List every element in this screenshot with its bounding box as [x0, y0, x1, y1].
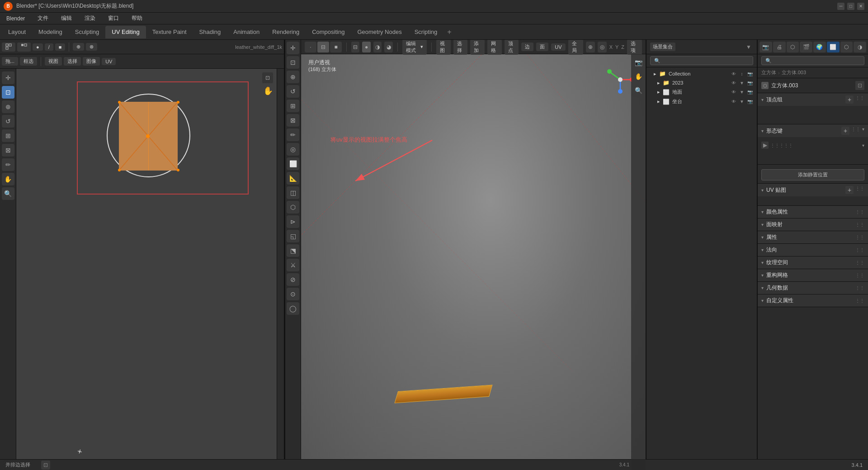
face-select-btn[interactable]: ■ — [330, 42, 342, 52]
sk-play-btn[interactable]: ▶ — [761, 142, 769, 149]
ct-rotate[interactable]: ↺ — [287, 85, 299, 98]
rm-options[interactable]: ⋮⋮ — [855, 273, 864, 278]
uv-select-mode-btn[interactable]: 框选 — [20, 57, 37, 66]
minimize-button[interactable]: ─ — [837, 3, 844, 10]
uv-select-menu[interactable]: 选择 — [64, 57, 81, 66]
add-rest-btn[interactable]: 添加静置位置 — [761, 169, 864, 180]
vp-add-btn[interactable]: 添加 — [470, 40, 485, 55]
tree-2023[interactable]: ▸ 📁 2023 👁 ▼ 📷 — [646, 78, 757, 87]
uv-snap-btn[interactable]: ⊕ — [73, 43, 84, 51]
edge-select-btn[interactable]: ⊟ — [317, 42, 329, 52]
y-constraint[interactable]: Y — [615, 44, 618, 50]
vp-zoom-btn[interactable]: 🔍 — [632, 84, 645, 97]
shading-material-btn[interactable]: ◑ — [373, 42, 382, 52]
ct-bisect[interactable]: ⊘ — [287, 273, 299, 286]
transform-tool[interactable]: ⊠ — [2, 144, 14, 157]
tree-collection[interactable]: ▸ 📁 Collection 👁 ↕ 📷 — [646, 69, 757, 78]
tab-rendering[interactable]: Rendering — [266, 26, 306, 38]
ca-options[interactable]: ⋮⋮ — [855, 209, 864, 214]
tab-compositing[interactable]: Compositing — [306, 26, 351, 38]
props-view-layer-btn[interactable]: ⬡ — [787, 42, 799, 52]
uvm-options[interactable]: ⋮⋮ — [855, 186, 864, 194]
z-constraint[interactable]: Z — [621, 44, 624, 50]
tree-platform[interactable]: ▸ ⬜ 坐台 👁 ▼ 📷 — [646, 97, 757, 106]
snap-btn[interactable]: ⊕ — [586, 42, 595, 52]
fm-options[interactable]: ⋮⋮ — [855, 222, 864, 227]
geometry-data-title[interactable]: ▾ 几何数据 ⋮⋮ — [758, 282, 868, 294]
vis-eye-platform[interactable]: 👁 — [731, 99, 737, 105]
ct-poly[interactable]: ⬡ — [287, 201, 299, 214]
vis-cam-2023[interactable]: 📷 — [747, 80, 753, 86]
props-mesh-btn[interactable]: ⬡ — [840, 42, 853, 52]
vis-cam-ground[interactable]: 📷 — [747, 89, 753, 95]
props-scene-btn[interactable]: 🎬 — [800, 42, 812, 52]
viewport-3d[interactable]: 用户透视 (168) 立方体 将uv显示的视图拉满整个焦高 — [301, 54, 646, 470]
vp-edge-btn[interactable]: 边 — [521, 43, 533, 51]
vert-select-btn[interactable]: · — [305, 42, 316, 52]
shape-keys-title[interactable]: ▾ 形态键 + ⋮⋮ ▾ — [758, 124, 868, 137]
props-output-btn[interactable]: 🖨 — [773, 42, 786, 52]
sk-options-btn[interactable]: ⋮⋮ — [851, 127, 860, 135]
gd-options[interactable]: ⋮⋮ — [855, 285, 864, 290]
uvm-add-btn[interactable]: + — [845, 186, 854, 194]
shading-render-btn[interactable]: ◕ — [384, 42, 393, 52]
tree-ground[interactable]: ▸ ⬜ 地面 👁 ▼ 📷 — [646, 87, 757, 97]
ct-measure[interactable]: 📐 — [287, 172, 299, 185]
vis-hide[interactable]: ↕ — [739, 71, 745, 77]
uv-view-menu[interactable]: 视图 — [45, 57, 62, 66]
ct-scale[interactable]: ⊞ — [287, 100, 299, 112]
move-tool[interactable]: ⊕ — [2, 100, 14, 113]
color-attrs-title[interactable]: ▾ 颜色属性 ⋮⋮ — [758, 206, 868, 218]
zoom-to-fit-btn[interactable]: ⊡ — [262, 72, 273, 83]
ct-cursor-place[interactable]: ◎ — [287, 143, 299, 156]
ct-select-box[interactable]: ⊡ — [287, 56, 299, 69]
vp-select-btn[interactable]: 选择 — [453, 40, 468, 55]
menu-help[interactable]: 帮助 — [129, 14, 145, 23]
tab-animation[interactable]: Animation — [227, 26, 266, 38]
zoom-tool[interactable]: 🔍 — [2, 187, 14, 200]
vp-mesh-btn[interactable]: 网格 — [487, 40, 502, 55]
ct-cursor[interactable]: ✛ — [287, 42, 299, 54]
cp-options[interactable]: ⋮⋮ — [855, 298, 864, 303]
new-tab-button[interactable]: + — [443, 28, 455, 36]
ts-options[interactable]: ⋮⋮ — [855, 260, 864, 265]
face-mapping-title[interactable]: ▾ 面映射 ⋮⋮ — [758, 218, 868, 231]
outliner-filter-btn[interactable]: ▼ — [744, 43, 753, 52]
shading-wire-btn[interactable]: ⊟ — [351, 42, 360, 52]
maximize-button[interactable]: □ — [847, 3, 854, 10]
ct-smooth[interactable]: ◯ — [287, 302, 299, 315]
object-fake-user-btn[interactable]: ⊡ — [855, 81, 864, 90]
global-btn[interactable]: 全局 — [568, 40, 583, 55]
menu-edit[interactable]: 编辑 — [58, 14, 75, 23]
props-material-btn[interactable]: ◑ — [854, 42, 866, 52]
ct-bevel[interactable]: ⬔ — [287, 244, 299, 257]
hand-tool[interactable]: ✋ — [2, 173, 14, 185]
scale-tool[interactable]: ⊞ — [2, 129, 14, 142]
outliner-search[interactable] — [650, 56, 753, 65]
vis-eye[interactable]: 👁 — [731, 71, 737, 77]
sk-expand-btn[interactable]: ▾ — [862, 127, 864, 135]
vp-face-btn[interactable]: 面 — [536, 43, 548, 51]
scene-collection-btn[interactable]: 场景集合 — [650, 43, 675, 51]
tab-sculpting[interactable]: Sculpting — [69, 26, 105, 38]
edit-mode-selector[interactable]: 编辑模式 ▾ — [402, 40, 427, 55]
tab-layout[interactable]: Layout — [2, 26, 32, 38]
nrm-options[interactable]: ⋮⋮ — [855, 247, 864, 252]
menu-file[interactable]: 文件 — [35, 14, 51, 23]
texture-space-title[interactable]: ▾ 纹理空间 ⋮⋮ — [758, 256, 868, 269]
ct-annotate[interactable]: ✏ — [287, 128, 299, 141]
sk-expand-btn2[interactable]: ▾ — [862, 143, 864, 148]
tab-uv-editing[interactable]: UV Editing — [105, 26, 146, 38]
select-tool[interactable]: ⊡ — [2, 86, 14, 99]
menu-window[interactable]: 窗口 — [105, 14, 122, 23]
custom-props-title[interactable]: ▾ 自定义属性 ⋮⋮ — [758, 294, 868, 307]
ct-loop[interactable]: ◫ — [287, 186, 299, 199]
tab-texture-paint[interactable]: Texture Paint — [146, 26, 193, 38]
vis-filter-2023[interactable]: ▼ — [739, 80, 745, 86]
uv-drag-btn[interactable]: 拖... — [2, 57, 18, 66]
uv-select-btn[interactable] — [17, 43, 31, 52]
uv-view-btn[interactable] — [2, 43, 15, 52]
tab-shading[interactable]: Shading — [193, 26, 227, 38]
ct-inset[interactable]: ◱ — [287, 230, 299, 242]
uv-edge-btn[interactable]: / — [45, 43, 53, 51]
